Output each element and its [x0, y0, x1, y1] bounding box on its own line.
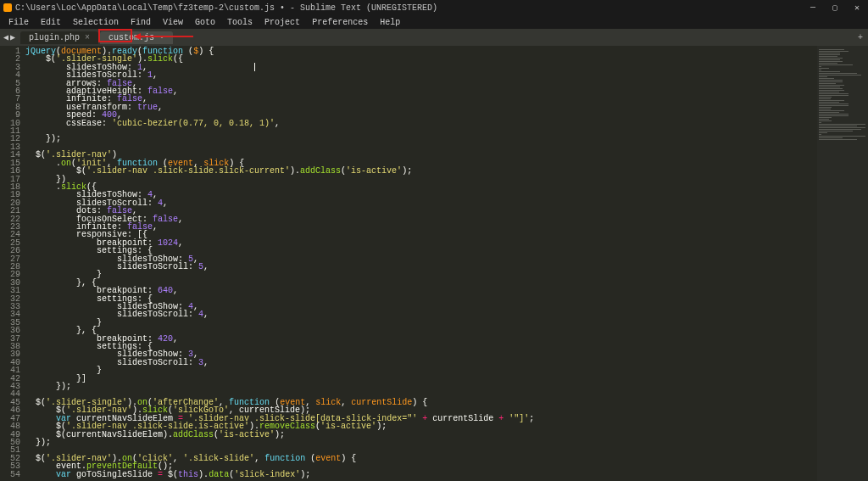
minimap[interactable]	[817, 46, 868, 481]
tab-close-icon[interactable]: ×	[85, 33, 90, 42]
tab-dirty-icon[interactable]: •	[159, 33, 164, 42]
add-tab-button[interactable]: +	[858, 33, 863, 42]
app-logo	[3, 3, 12, 12]
window-controls: — ▢ ✕	[805, 3, 865, 13]
tab-label: plugin.php	[29, 33, 80, 42]
menu-selection[interactable]: Selection	[68, 18, 124, 27]
menu-project[interactable]: Project	[259, 18, 305, 27]
close-button[interactable]: ✕	[849, 3, 865, 13]
menu-file[interactable]: File	[3, 18, 34, 27]
menu-preferences[interactable]: Preferences	[307, 18, 373, 27]
window-title: C:\Users\Loc\AppData\Local\Temp\fz3temp-…	[15, 3, 437, 13]
editor-area: 1234567891011121314151617181920212223242…	[0, 46, 868, 481]
menubar: File Edit Selection Find View Goto Tools…	[0, 15, 868, 29]
menu-find[interactable]: Find	[125, 18, 156, 27]
minimize-button[interactable]: —	[805, 3, 821, 13]
tab-label: custom.js	[108, 33, 154, 42]
menu-help[interactable]: Help	[375, 18, 405, 27]
menu-goto[interactable]: Goto	[190, 18, 220, 27]
code-editor[interactable]: jQuery(document).ready(function ($) { $(…	[25, 46, 817, 481]
menu-edit[interactable]: Edit	[36, 18, 66, 27]
menu-tools[interactable]: Tools	[222, 18, 258, 27]
tabbar: ◀ ▶ plugin.php × custom.js • +	[0, 29, 868, 46]
titlebar[interactable]: C:\Users\Loc\AppData\Local\Temp\fz3temp-…	[0, 0, 868, 15]
nav-back-icon[interactable]: ◀	[3, 32, 8, 42]
menu-view[interactable]: View	[158, 18, 188, 27]
tab-custom-js[interactable]: custom.js •	[100, 31, 173, 44]
line-gutter[interactable]: 1234567891011121314151617181920212223242…	[0, 46, 25, 481]
tab-plugin-php[interactable]: plugin.php ×	[20, 31, 98, 44]
nav-forward-icon[interactable]: ▶	[10, 32, 15, 42]
maximize-button[interactable]: ▢	[827, 3, 843, 13]
text-cursor	[254, 63, 255, 71]
minimap-content	[819, 49, 866, 141]
